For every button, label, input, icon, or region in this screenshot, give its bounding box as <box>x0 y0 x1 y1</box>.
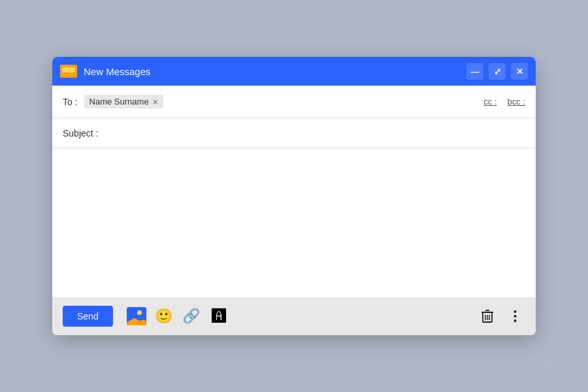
emoji-button[interactable]: 🙂 <box>154 306 174 327</box>
cc-button[interactable]: cc : <box>483 97 497 106</box>
font-button[interactable]: 🅰 <box>208 306 229 327</box>
toolbar-right <box>477 306 525 327</box>
recipient-name: Name Surname <box>90 97 149 106</box>
font-icon: 🅰 <box>212 308 226 325</box>
maximize-button[interactable]: ⤢ <box>489 63 506 80</box>
svg-point-8 <box>514 319 516 322</box>
remove-recipient-button[interactable]: × <box>153 97 158 106</box>
toolbar: Send 🙂 🔗 🅰 <box>52 297 536 335</box>
image-icon <box>127 307 146 325</box>
to-row: To : Name Surname × cc : bcc : <box>52 86 536 118</box>
svg-point-6 <box>514 310 516 313</box>
minimize-button[interactable]: — <box>466 63 483 80</box>
compose-window: New Messages — ⤢ ✕ To : Name Surname × c… <box>52 57 536 335</box>
more-options-button[interactable] <box>504 306 525 327</box>
delete-button[interactable] <box>477 306 498 327</box>
window-controls: — ⤢ ✕ <box>466 63 528 80</box>
title-bar: New Messages — ⤢ ✕ <box>52 57 536 86</box>
toolbar-icons: 🙂 🔗 🅰 <box>126 306 229 327</box>
to-label: To : <box>63 97 78 107</box>
body-area <box>52 148 536 297</box>
emoji-icon: 🙂 <box>155 308 172 325</box>
body-textarea[interactable] <box>63 156 525 287</box>
image-insert-button[interactable] <box>126 306 147 327</box>
window-title: New Messages <box>84 66 466 77</box>
trash-icon <box>481 309 494 323</box>
subject-row: Subject : <box>52 118 536 148</box>
bcc-button[interactable]: bcc : <box>508 97 525 106</box>
email-icon <box>60 65 77 78</box>
more-icon <box>514 310 517 323</box>
svg-point-7 <box>514 315 516 318</box>
subject-label: Subject : <box>63 128 98 139</box>
recipient-chip: Name Surname × <box>84 95 163 108</box>
send-button[interactable]: Send <box>63 306 113 327</box>
subject-input[interactable] <box>105 128 525 139</box>
cc-bcc-controls: cc : bcc : <box>483 97 525 106</box>
link-icon: 🔗 <box>182 308 200 325</box>
link-button[interactable]: 🔗 <box>181 306 202 327</box>
close-button[interactable]: ✕ <box>511 63 528 80</box>
